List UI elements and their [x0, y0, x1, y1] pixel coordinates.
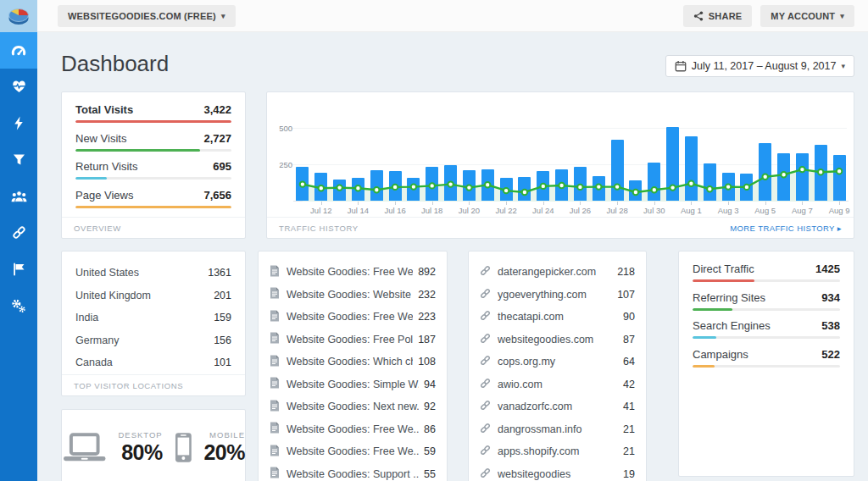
desktop-value: 80%	[121, 440, 163, 465]
stat-line: Referring Sites934	[693, 291, 840, 304]
list-item[interactable]: thecatapi.com90	[469, 306, 646, 329]
list-item-count: 107	[617, 289, 635, 301]
sidebar-item-settings[interactable]	[0, 287, 37, 323]
list-item[interactable]: Website Goodies: Which ch...108	[259, 351, 447, 373]
date-range-label: July 11, 2017 – August 9, 2017	[692, 60, 837, 72]
stat-row: Direct Traffic1425	[693, 263, 840, 291]
list-item[interactable]: cops.org.my64	[469, 351, 646, 373]
location-count: 101	[214, 357, 231, 368]
list-item[interactable]: vanadzorfc.com41	[469, 395, 646, 418]
x-axis-tick	[469, 202, 470, 205]
list-item[interactable]: Website Goodies: Simple W...94	[259, 373, 447, 396]
site-selector-button[interactable]: WEBSITEGOODIES.COM (FREE) ▾	[58, 5, 236, 27]
x-axis-label: Jul 28	[598, 206, 636, 215]
list-item-title: Website Goodies: Free We...	[287, 266, 413, 278]
list-item[interactable]: Website Goodies: Free We...892	[259, 261, 447, 284]
sources-stats: Direct Traffic1425Referring Sites934Sear…	[679, 252, 854, 376]
location-count: 156	[214, 334, 231, 346]
stat-progress-fill	[75, 177, 107, 180]
sidebar-item-audience[interactable]	[0, 178, 37, 214]
stat-progress-fill	[693, 336, 716, 339]
more-traffic-history-link[interactable]: MORE TRAFFIC HISTORY ▸	[730, 224, 842, 233]
list-item[interactable]: websitegoodies.com87	[469, 329, 646, 351]
document-icon	[270, 400, 280, 414]
stat-progress-fill	[75, 206, 231, 208]
list-item-count: 187	[418, 334, 436, 346]
stat-line: Direct Traffic1425	[693, 263, 840, 275]
x-axis-tick	[432, 202, 433, 205]
laptop-icon	[62, 433, 107, 463]
list-item[interactable]: Website Goodies: Next new...92	[259, 395, 447, 418]
list-item[interactable]: dangrossman.info21	[469, 418, 646, 441]
top-actions: SHARE MY ACCOUNT ▾	[683, 5, 854, 27]
list-item-title: Website Goodies: Next new...	[287, 401, 419, 412]
traffic-chart-plot: Jul 12Jul 14Jul 16Jul 18Jul 20Jul 22Jul …	[293, 92, 849, 202]
stat-row: Referring Sites934	[693, 291, 840, 320]
sidebar-item-campaigns[interactable]	[0, 251, 37, 287]
location-row: Canada101	[62, 351, 245, 374]
stat-row: Search Engines538	[693, 319, 840, 348]
stat-value: 538	[821, 319, 840, 332]
stat-label: Campaigns	[693, 348, 748, 361]
list-item[interactable]: Website Goodies: Free We...86	[259, 418, 447, 441]
x-axis-label: Jul 24	[525, 206, 562, 215]
app-logo[interactable]	[0, 0, 37, 32]
list-item[interactable]: awio.com42	[469, 373, 646, 396]
pie-chart-logo-icon	[8, 7, 30, 25]
list-item[interactable]: apps.shopify.com21	[469, 440, 646, 463]
list-item-count: 64	[623, 356, 635, 368]
list-item-title: apps.shopify.com	[498, 445, 618, 457]
link-icon	[480, 288, 491, 301]
filter-funnel-icon	[13, 153, 25, 166]
location-count: 159	[214, 312, 231, 323]
x-axis-tick	[728, 202, 729, 205]
list-item-title: websitegoodies	[498, 468, 618, 480]
traffic-history-label: TRAFFIC HISTORY	[279, 224, 359, 233]
sidebar-item-links[interactable]	[0, 214, 37, 251]
document-icon	[270, 332, 280, 346]
overview-footer-label: OVERVIEW	[74, 224, 121, 233]
stat-value: 1425	[815, 263, 840, 275]
list-item[interactable]: Website Goodies: Free Poll ...187	[259, 329, 447, 351]
list-item[interactable]: Website Goodies: Free We...59	[259, 440, 447, 463]
sidebar-item-visitors[interactable]	[0, 69, 37, 105]
x-axis-label: Aug 1	[672, 206, 709, 215]
mobile-stat: MOBILE 20%	[203, 430, 245, 465]
list-item[interactable]: Website Goodies: Free We...223	[259, 306, 447, 329]
stat-line: Page Views7,656	[75, 189, 231, 202]
stat-line: Return Visits695	[75, 160, 231, 173]
x-axis-label: Jul 30	[636, 206, 673, 215]
share-button[interactable]: SHARE	[683, 5, 753, 27]
sidebar-item-activity[interactable]	[0, 105, 37, 141]
stat-value: 522	[821, 348, 840, 361]
location-name: India	[75, 312, 98, 323]
list-item-title: ygoeverything.com	[498, 289, 612, 301]
my-account-button[interactable]: MY ACCOUNT ▾	[760, 5, 854, 27]
x-axis-label: Jul 26	[561, 206, 598, 215]
site-selector-label: WEBSITEGOODIES.COM (FREE)	[68, 11, 216, 21]
date-range-picker[interactable]: July 11, 2017 – August 9, 2017 ▾	[665, 55, 854, 77]
list-item-count: 86	[424, 423, 436, 435]
list-item-count: 59	[424, 445, 436, 457]
stat-row: Page Views7,656	[75, 189, 231, 218]
location-row: United Kingdom201	[62, 285, 245, 307]
list-item[interactable]: daterangepicker.com218	[469, 261, 646, 284]
stat-value: 2,727	[203, 132, 231, 145]
stat-line: Campaigns522	[693, 348, 840, 361]
list-item-count: 90	[623, 311, 635, 323]
list-item[interactable]: websitegoodies19	[469, 463, 646, 481]
stat-row: Campaigns522	[693, 348, 840, 377]
users-group-icon	[11, 190, 27, 203]
sidebar-item-dashboard[interactable]	[0, 32, 37, 69]
list-item[interactable]: Website Goodies: Support ...55	[259, 463, 447, 481]
my-account-label: MY ACCOUNT	[771, 11, 835, 21]
traffic-sources-panel: Direct Traffic1425Referring Sites934Sear…	[678, 251, 854, 477]
stat-line: Total Visits3,422	[75, 103, 231, 116]
document-icon	[270, 377, 280, 391]
stat-line: Search Engines538	[693, 319, 840, 332]
sidebar-item-filters[interactable]	[0, 141, 37, 178]
chevron-down-icon: ▾	[221, 12, 225, 20]
list-item[interactable]: Website Goodies: Website ...232	[259, 284, 447, 307]
list-item[interactable]: ygoeverything.com107	[469, 284, 646, 307]
list-item-title: Website Goodies: Which ch...	[287, 356, 413, 368]
